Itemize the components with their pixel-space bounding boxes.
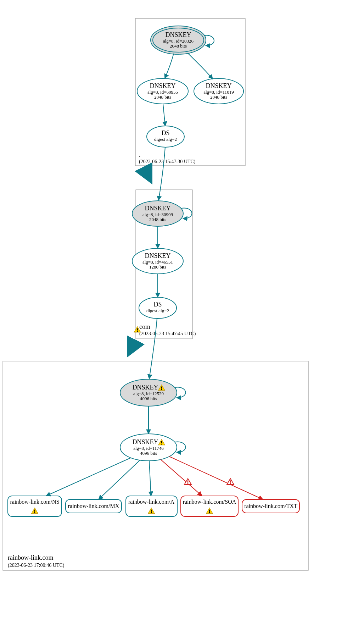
svg-text:1280 bits: 1280 bits [149,264,166,270]
edge-root-zsk-to-ds [163,104,165,126]
record-soa: rainbow-link.com/SOA [181,496,238,516]
node-com-zsk: DNSKEY alg=8, id=46551 1280 bits [132,248,183,274]
record-a: rainbow-link.com/A [126,496,177,516]
warning-icon [227,479,234,485]
svg-text:rainbow-link.com/NS: rainbow-link.com/NS [10,499,59,505]
svg-text:DNSKEY: DNSKEY [165,31,191,38]
zone-time-com: (2023-06-23 15:47:45 UTC) [139,331,196,337]
edge-root-ksk-to-extra [188,53,213,79]
svg-text:2048 bits: 2048 bits [149,217,166,222]
node-com-ksk: DNSKEY alg=8, id=30909 2048 bits [132,201,183,226]
edge-rl-zsk-to-ns [46,458,130,496]
svg-text:digest alg=2: digest alg=2 [154,137,177,142]
edge-com-ds-to-rl-ksk [149,319,157,379]
svg-text:alg=8, id=60955: alg=8, id=60955 [147,89,178,95]
svg-text:alg=8, id=20326: alg=8, id=20326 [163,38,194,44]
svg-text:digest alg=2: digest alg=2 [146,308,169,313]
svg-text:2048 bits: 2048 bits [154,94,171,100]
svg-text:DNSKEY: DNSKEY [206,82,231,89]
svg-text:alg=8, id=12529: alg=8, id=12529 [133,391,164,396]
svg-text:alg=8, id=11019: alg=8, id=11019 [203,89,234,95]
svg-text:rainbow-link.com/A: rainbow-link.com/A [128,499,175,505]
edge-root-ds-to-com-ksk [158,147,165,200]
svg-text:DNSKEY: DNSKEY [150,82,175,89]
svg-text:alg=8, id=11746: alg=8, id=11746 [133,446,164,451]
record-mx: rainbow-link.com/MX [66,499,122,513]
svg-text:DNSKEY: DNSKEY [132,384,158,391]
svg-text:2048 bits: 2048 bits [170,43,187,49]
svg-text:alg=8, id=46551: alg=8, id=46551 [142,259,173,265]
svg-text:2048 bits: 2048 bits [210,94,227,100]
svg-text:DNSKEY: DNSKEY [132,438,158,446]
zone-time-rl: (2023-06-23 17:00:46 UTC) [8,563,65,568]
svg-text:rainbow-link.com/SOA: rainbow-link.com/SOA [183,499,236,505]
edge-rl-zsk-to-mx [99,460,140,499]
node-com-ds: DS digest alg=2 [139,297,177,319]
svg-text:DNSKEY: DNSKEY [145,205,170,212]
edge-rl-zsk-to-txt [169,457,263,499]
delegation-root-to-com [144,167,151,181]
node-root-ksk: DNSKEY alg=8, id=20326 2048 bits [151,26,206,54]
svg-text:4096 bits: 4096 bits [140,451,157,456]
svg-text:DS: DS [153,301,162,308]
dnssec-chain-diagram: . (2023-06-23 15:47:30 UTC) DNSKEY alg=8… [0,0,364,619]
svg-text:rainbow-link.com/TXT: rainbow-link.com/TXT [244,503,297,509]
svg-text:4096 bits: 4096 bits [140,396,157,401]
node-root-zsk: DNSKEY alg=8, id=60955 2048 bits [137,78,188,104]
record-txt: rainbow-link.com/TXT [242,499,299,513]
zone-name-rl: rainbow-link.com [8,554,53,561]
record-ns: rainbow-link.com/NS [8,496,62,516]
node-root-dnskey-extra: DNSKEY alg=8, id=11019 2048 bits [194,78,243,104]
node-rl-zsk: DNSKEY alg=8, id=11746 4096 bits [120,434,177,461]
svg-text:alg=8, id=30909: alg=8, id=30909 [142,212,173,217]
zone-name-com: com [139,323,150,330]
svg-text:DS: DS [161,129,169,137]
delegation-com-to-rl [129,340,136,354]
edge-rl-zsk-to-a [149,461,151,496]
node-rl-ksk: DNSKEY alg=8, id=12529 4096 bits [120,327,177,406]
edge-root-ksk-to-zsk [165,54,174,78]
zone-time-root: (2023-06-23 15:47:30 UTC) [139,159,196,165]
svg-text:rainbow-link.com/MX: rainbow-link.com/MX [68,503,119,509]
edge-rl-zsk-to-soa [161,459,202,496]
zone-name-root: . [139,151,141,158]
svg-text:DNSKEY: DNSKEY [145,252,170,259]
node-root-ds: DS digest alg=2 [147,126,184,147]
